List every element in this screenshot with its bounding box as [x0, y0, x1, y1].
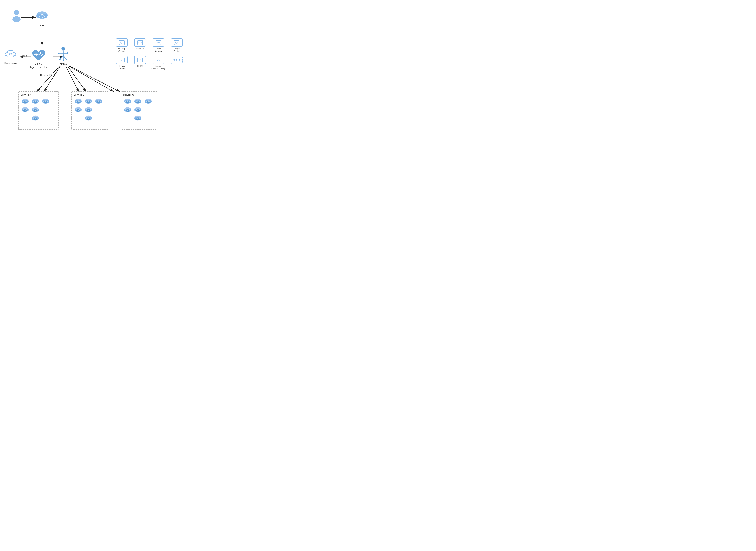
apisix-ingress-icon	[31, 49, 46, 62]
svg-point-23	[39, 16, 40, 17]
pod-icon	[144, 98, 153, 105]
svg-point-109	[79, 101, 81, 102]
cors-label: CORS	[137, 65, 143, 67]
svg-point-152	[127, 101, 128, 102]
user-node	[11, 9, 22, 22]
service-b-box: Service B	[71, 91, 108, 130]
svg-marker-37	[58, 52, 59, 54]
pod-icon	[94, 98, 103, 105]
svg-point-165	[149, 101, 151, 102]
svg-point-34	[61, 47, 65, 51]
service-c-label: Service C	[123, 93, 155, 96]
svg-point-172	[129, 109, 130, 110]
pod-icon	[41, 98, 50, 105]
svg-point-185	[136, 117, 137, 119]
apisix-ingress-node: APISIXingress controller	[30, 49, 47, 69]
svg-point-180	[137, 110, 138, 111]
svg-point-87	[23, 109, 24, 110]
pod-icon	[134, 98, 142, 105]
svg-text:</>: </>	[138, 41, 142, 44]
service-b-label: Service B	[74, 93, 106, 96]
apisix-ingress-label: APISIXingress controller	[30, 63, 47, 69]
svg-rect-29	[8, 55, 13, 57]
svg-point-61	[179, 59, 180, 61]
svg-point-81	[47, 101, 48, 102]
svg-point-131	[78, 110, 79, 111]
plugin-rate-limit: </> Rate Limit	[132, 38, 148, 53]
svg-line-9	[66, 66, 79, 92]
custom-lb-label: CustomLoad Balancing	[151, 65, 165, 70]
pod-icon	[84, 106, 93, 113]
cors-box: </>	[134, 56, 146, 64]
svg-point-101	[33, 117, 34, 119]
svg-point-89	[25, 110, 26, 111]
svg-text:</>: </>	[120, 59, 124, 61]
svg-point-59	[173, 59, 175, 61]
svg-text:</>: </>	[156, 59, 160, 61]
svg-point-151	[129, 101, 130, 102]
plugin-canary-release: </> CanaryRelease	[114, 56, 130, 70]
svg-line-7	[37, 66, 60, 92]
plugin-usage-control: </> UsageControl	[168, 38, 185, 53]
svg-point-102	[37, 117, 38, 119]
svg-point-186	[139, 117, 140, 119]
svg-point-75	[35, 101, 36, 102]
service-a-pods	[21, 98, 56, 122]
svg-point-117	[88, 101, 89, 102]
svg-point-67	[26, 101, 27, 102]
circuit-breaking-box: </>	[153, 38, 164, 47]
svg-point-95	[37, 109, 38, 110]
canary-release-box: </>	[116, 56, 128, 64]
pod-icon	[74, 106, 83, 113]
pod-icon	[21, 106, 29, 113]
network-cloud-node: SLB	[35, 9, 49, 27]
svg-point-14	[12, 16, 21, 22]
service-a-box: Service A	[18, 91, 59, 130]
plugin-more	[168, 56, 185, 70]
pod-icon	[134, 106, 142, 113]
svg-line-12	[70, 66, 120, 92]
svg-point-66	[23, 101, 24, 102]
svg-point-150	[125, 101, 127, 102]
user-icon	[11, 9, 22, 22]
custom-lb-box: </>	[153, 56, 164, 64]
apisix-label: APISIX	[60, 63, 67, 66]
plugin-circuit-breaking: </> CircuitBreaking	[150, 38, 167, 53]
plugin-healthy-checks: </> HealthyChecks	[114, 38, 130, 53]
svg-point-122	[97, 101, 98, 102]
svg-point-158	[139, 101, 140, 102]
svg-point-103	[35, 118, 36, 119]
svg-point-187	[137, 118, 138, 119]
svg-text:</>: </>	[175, 41, 179, 44]
svg-point-13	[14, 10, 19, 15]
usage-control-label: UsageControl	[173, 47, 180, 53]
healthy-checks-label: HealthyChecks	[118, 47, 125, 53]
svg-point-116	[90, 101, 91, 102]
pod-icon	[84, 114, 93, 122]
svg-point-24	[44, 16, 45, 17]
watch-label: watch	[21, 54, 27, 58]
service-a-label: Service A	[21, 93, 56, 96]
svg-text:API: API	[9, 53, 12, 55]
service-b-pods	[74, 98, 106, 122]
apisix-gateway-node: APISIX	[56, 45, 71, 66]
plugin-cors: </> CORS	[132, 56, 148, 70]
svg-point-94	[33, 109, 34, 110]
usage-control-box: </>	[171, 38, 183, 47]
svg-point-178	[136, 109, 137, 110]
pod-icon	[123, 98, 132, 105]
canary-release-label: CanaryRelease	[118, 65, 125, 70]
pod-icon	[123, 106, 132, 113]
svg-point-138	[88, 110, 89, 111]
k8s-icon: API	[4, 49, 17, 61]
svg-point-164	[146, 101, 147, 102]
rate-limit-box: </>	[134, 38, 146, 47]
svg-marker-38	[67, 52, 69, 54]
svg-point-166	[148, 101, 149, 102]
pod-icon	[84, 98, 93, 105]
k8s-apiserver-label: k8s apiserver	[4, 62, 17, 65]
request-pod-ip-label: Request Pod IP	[40, 73, 56, 77]
svg-point-68	[25, 101, 26, 102]
svg-point-80	[43, 101, 45, 102]
svg-point-143	[86, 117, 87, 119]
